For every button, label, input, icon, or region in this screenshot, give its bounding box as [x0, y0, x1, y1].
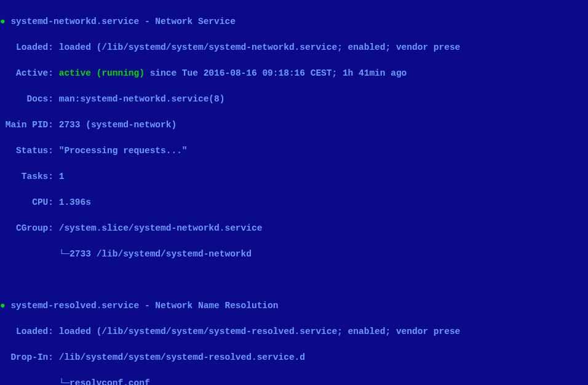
- svc1-status: Status: "Processing requests...": [0, 145, 588, 157]
- blank-line: [0, 274, 588, 287]
- svc1-cpu: CPU: 1.396s: [0, 196, 588, 209]
- svc2-header: ● systemd-resolved.service - Network Nam…: [0, 300, 588, 312]
- svc1-mainpid: Main PID: 2733 (systemd-network): [0, 119, 588, 132]
- svc2-dropin: Drop-In: /lib/systemd/system/systemd-res…: [0, 351, 588, 364]
- terminal-output: ● systemd-networkd.service - Network Ser…: [0, 0, 588, 385]
- active-state: active (running): [59, 68, 145, 78]
- svc1-active: Active: active (running) since Tue 2016-…: [0, 67, 588, 80]
- svc1-docs: Docs: man:systemd-networkd.service(8): [0, 93, 588, 106]
- svc1-loaded: Loaded: loaded (/lib/systemd/system/syst…: [0, 41, 588, 54]
- svc1-header: ● systemd-networkd.service - Network Ser…: [0, 15, 588, 28]
- svc1-cgroup-child: └─2733 /lib/systemd/systemd-networkd: [0, 248, 588, 261]
- status-dot-icon: ●: [0, 301, 10, 311]
- status-dot-icon: ●: [0, 17, 10, 26]
- svc2-loaded: Loaded: loaded (/lib/systemd/system/syst…: [0, 325, 588, 338]
- svc2-dropin-child: └─resolvconf.conf: [0, 377, 588, 385]
- svc1-cgroup: CGroup: /system.slice/systemd-networkd.s…: [0, 222, 588, 235]
- svc1-tasks: Tasks: 1: [0, 170, 588, 183]
